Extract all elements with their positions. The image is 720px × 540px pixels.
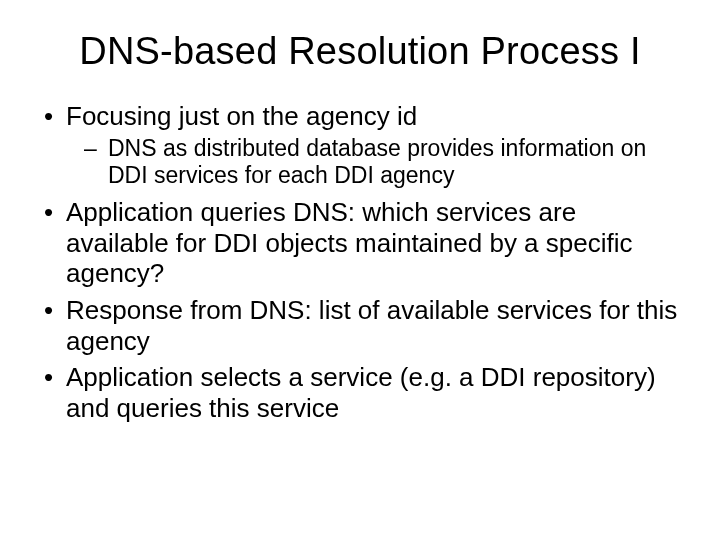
bullet-item: Focusing just on the agency id DNS as di… xyxy=(40,101,680,189)
bullet-text: Focusing just on the agency id xyxy=(66,101,417,131)
slide: DNS-based Resolution Process I Focusing … xyxy=(0,0,720,540)
bullet-text: Response from DNS: list of available ser… xyxy=(66,295,677,356)
bullet-item: Application selects a service (e.g. a DD… xyxy=(40,362,680,423)
sub-bullet-item: DNS as distributed database provides inf… xyxy=(78,135,680,189)
slide-title: DNS-based Resolution Process I xyxy=(40,30,680,73)
sub-bullet-text: DNS as distributed database provides inf… xyxy=(108,135,646,188)
bullet-text: Application selects a service (e.g. a DD… xyxy=(66,362,656,423)
sub-bullet-list: DNS as distributed database provides inf… xyxy=(66,135,680,189)
bullet-item: Response from DNS: list of available ser… xyxy=(40,295,680,356)
bullet-text: Application queries DNS: which services … xyxy=(66,197,633,288)
bullet-item: Application queries DNS: which services … xyxy=(40,197,680,289)
bullet-list: Focusing just on the agency id DNS as di… xyxy=(40,101,680,424)
